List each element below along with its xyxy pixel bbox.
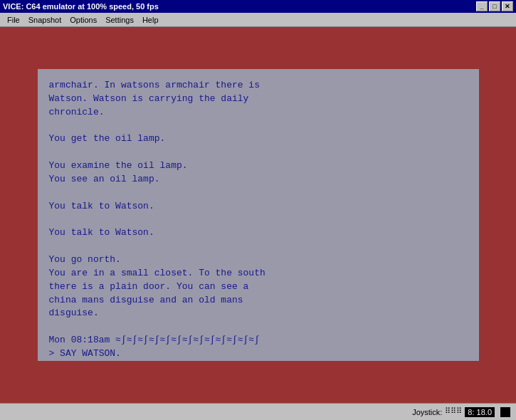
close-button[interactable]: ✕ (502, 1, 513, 11)
menu-snapshot[interactable]: Snapshot (24, 14, 65, 26)
c64-screen[interactable]: armchair. In watsons armchair there is W… (38, 69, 479, 361)
title-bar: VICE: C64 emulator at 100% speed, 50 fps… (0, 0, 516, 13)
window-controls: _ □ ✕ (476, 1, 513, 11)
speed-display: 8: 18.0 (465, 407, 495, 417)
menu-options[interactable]: Options (65, 14, 101, 26)
menu-bar: File Snapshot Options Settings Help (0, 13, 516, 27)
status-indicator (500, 407, 510, 417)
menu-settings[interactable]: Settings (101, 14, 138, 26)
window-title: VICE: C64 emulator at 100% speed, 50 fps (3, 2, 476, 11)
screen-content: armchair. In watsons armchair there is W… (49, 79, 468, 361)
maximize-button[interactable]: □ (489, 1, 500, 11)
menu-file[interactable]: File (3, 14, 24, 26)
main-area: armchair. In watsons armchair there is W… (0, 27, 516, 403)
menu-help[interactable]: Help (138, 14, 163, 26)
minimize-button[interactable]: _ (476, 1, 488, 11)
joystick-status: Joystick: ⠿⠿⠿ (412, 406, 459, 418)
joystick-label: Joystick: (412, 408, 442, 416)
joystick-icon: ⠿⠿⠿ (445, 406, 459, 418)
status-bar: Joystick: ⠿⠿⠿ 8: 18.0 (0, 403, 516, 420)
